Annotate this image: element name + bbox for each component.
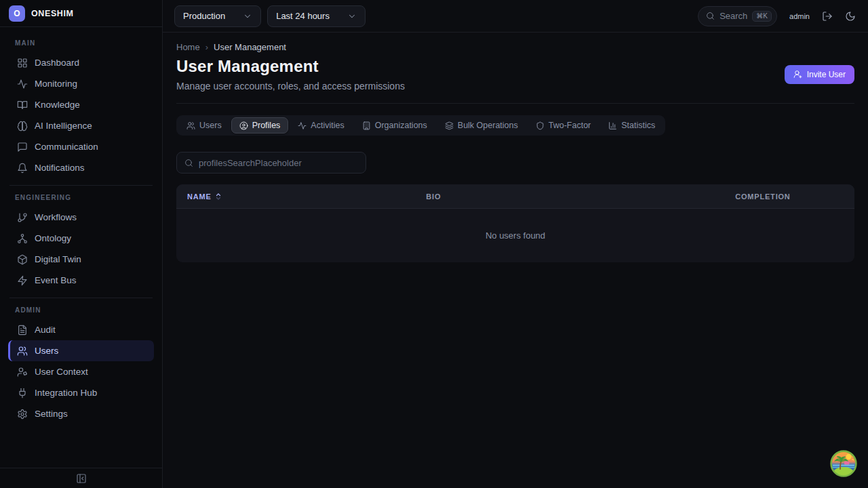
sidebar-item-label: Event Bus	[35, 275, 77, 285]
shield-icon	[536, 121, 545, 130]
sidebar-item[interactable]: User Context	[8, 361, 154, 382]
invite-user-button[interactable]: Invite User	[785, 65, 854, 84]
column-label: COMPLETION	[735, 192, 790, 201]
dashboard-icon	[17, 58, 28, 68]
tab[interactable]: Profiles	[231, 117, 289, 134]
sidebar-item[interactable]: Monitoring	[8, 73, 154, 94]
invite-user-label: Invite User	[807, 70, 846, 79]
communication-icon	[17, 142, 28, 152]
tab-label: Activities	[311, 121, 344, 130]
sidebar-section-engineering: Workflows Ontology Digital Twin Event Bu…	[8, 207, 154, 291]
tab[interactable]: Two-Factor	[528, 117, 599, 134]
page-content: Home › User Management User Management M…	[163, 33, 868, 488]
tab[interactable]: Activities	[290, 117, 352, 134]
sidebar-item[interactable]: AI Intelligence	[8, 115, 154, 136]
search-label: Search	[719, 11, 747, 21]
digital-twin-icon	[17, 254, 28, 265]
search-icon	[706, 12, 715, 20]
environment-value: Production	[183, 11, 225, 21]
profiles-table: NAME BIO COMPLETION No users found	[176, 184, 854, 262]
logout-icon[interactable]	[822, 11, 833, 22]
statistics-icon	[608, 121, 617, 130]
sidebar-item[interactable]: Ontology	[8, 228, 154, 249]
sidebar-footer	[0, 468, 162, 488]
island-fab-button[interactable]	[830, 450, 857, 477]
sidebar-item[interactable]: Audit	[8, 319, 154, 340]
section-label-main: Main	[8, 39, 154, 47]
time-range-value: Last 24 hours	[276, 11, 330, 21]
tab[interactable]: Organizations	[354, 117, 435, 134]
column-header[interactable]: NAME	[187, 192, 426, 201]
tabs-bar: Users Profiles Activities Organizations	[176, 115, 665, 136]
global-search-button[interactable]: Search ⌘K	[698, 6, 777, 26]
page-title: User Management	[176, 57, 405, 76]
search-icon	[184, 159, 193, 167]
sidebar-item[interactable]: Event Bus	[8, 270, 154, 291]
search-shortcut-badge: ⌘K	[752, 11, 772, 22]
breadcrumb: Home › User Management	[176, 42, 854, 52]
breadcrumb-home-link[interactable]: Home	[176, 42, 200, 52]
sidebar-item-label: Audit	[35, 325, 56, 335]
table-header-row: NAME BIO COMPLETION	[176, 184, 854, 209]
sidebar-item[interactable]: Knowledge	[8, 94, 154, 115]
section-divider	[9, 298, 153, 298]
sidebar-item-label: Ontology	[35, 233, 71, 243]
breadcrumb-current: User Management	[214, 42, 286, 52]
section-label-engineering: Engineering	[8, 194, 154, 201]
panel-collapse-icon[interactable]	[76, 473, 87, 484]
main-area: Production Last 24 hours Search ⌘K admin…	[163, 0, 868, 488]
sidebar-item-label: AI Intelligence	[35, 121, 92, 131]
time-range-select[interactable]: Last 24 hours	[267, 5, 366, 27]
integration-hub-icon	[17, 388, 28, 399]
tab-label: Bulk Operations	[458, 121, 518, 130]
chevron-down-icon	[243, 12, 252, 21]
organization-icon	[362, 121, 371, 130]
tab-label: Organizations	[375, 121, 427, 130]
sidebar-item[interactable]: Integration Hub	[8, 382, 154, 403]
ai-intelligence-icon	[17, 121, 28, 131]
sidebar-item[interactable]: Communication	[8, 136, 154, 157]
topbar: Production Last 24 hours Search ⌘K admin	[163, 0, 868, 33]
audit-icon	[17, 325, 28, 336]
sidebar-item-label: Knowledge	[35, 100, 80, 110]
workflows-icon	[17, 212, 28, 223]
users-icon	[17, 346, 28, 357]
sidebar-item-label: Communication	[35, 142, 98, 152]
user-plus-icon	[793, 70, 802, 79]
sidebar-item-label: User Context	[35, 367, 88, 377]
sidebar-item-label: Monitoring	[35, 79, 77, 89]
sidebar-item[interactable]: Workflows	[8, 207, 154, 228]
topbar-right: Search ⌘K admin	[698, 6, 856, 26]
column-label: BIO	[426, 192, 441, 201]
sidebar-item[interactable]: Digital Twin	[8, 249, 154, 270]
brand-header: O ONESHIM	[0, 0, 162, 27]
chevron-down-icon	[347, 12, 357, 21]
ontology-icon	[17, 233, 28, 244]
column-header[interactable]: BIO	[426, 192, 735, 201]
sidebar-section-main: Dashboard Monitoring Knowledge AI Intell…	[8, 52, 154, 178]
sidebar-item-label: Integration Hub	[35, 388, 97, 398]
column-header[interactable]: COMPLETION	[735, 192, 844, 201]
tab-label: Statistics	[621, 121, 655, 130]
tab[interactable]: Bulk Operations	[437, 117, 526, 134]
sidebar-item[interactable]: Users	[8, 340, 154, 361]
sort-icon	[214, 192, 222, 201]
sidebar-item[interactable]: Settings	[8, 403, 154, 424]
profiles-search-input[interactable]	[199, 158, 358, 168]
sidebar-section-admin: Audit Users User Context Integration Hub	[8, 319, 154, 424]
tab[interactable]: Users	[178, 117, 230, 134]
tab[interactable]: Statistics	[600, 117, 663, 134]
sidebar-item-label: Dashboard	[35, 58, 79, 68]
sidebar-item[interactable]: Dashboard	[8, 52, 154, 73]
sidebar-item[interactable]: Notifications	[8, 157, 154, 178]
event-bus-icon	[17, 275, 28, 286]
theme-toggle-moon-icon[interactable]	[845, 11, 856, 22]
environment-select[interactable]: Production	[174, 5, 261, 27]
brand-logo: O	[9, 5, 25, 22]
settings-icon	[17, 409, 28, 420]
tab-label: Users	[199, 121, 222, 130]
page-subtitle: Manage user accounts, roles, and access …	[176, 81, 405, 92]
sidebar-nav: Main Dashboard Monitoring Knowledge	[0, 27, 162, 468]
title-row: User Management Manage user accounts, ro…	[176, 57, 854, 92]
breadcrumb-separator: ›	[205, 42, 208, 52]
